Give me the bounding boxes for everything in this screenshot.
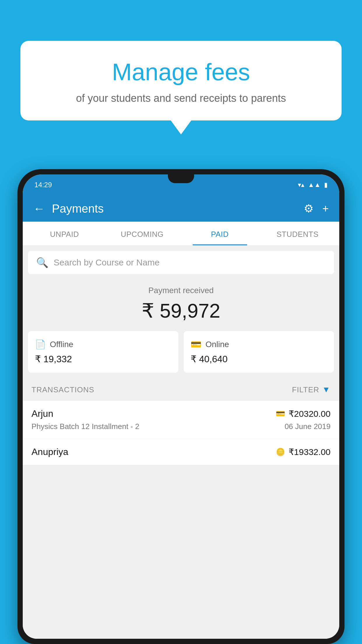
tx-date-1: 06 June 2019 (284, 422, 331, 431)
header-right: ⚙ + (304, 202, 329, 215)
app-header: ← Payments ⚙ + (23, 195, 339, 222)
notch (168, 174, 194, 183)
tx-top-1: Arjun 💳 ₹20320.00 (31, 408, 331, 419)
filter-label: FILTER (292, 385, 319, 394)
battery-icon: ▮ (324, 181, 328, 189)
add-icon[interactable]: + (322, 202, 329, 215)
tx-name-2: Anupriya (31, 447, 68, 457)
payment-amount: ₹ 59,972 (29, 299, 333, 322)
wifi-icon: ▾▴ (298, 181, 304, 189)
tabs-bar: UNPAID UPCOMING PAID STUDENTS (23, 222, 339, 246)
settings-icon[interactable]: ⚙ (304, 202, 314, 215)
bubble-subtitle: of your students and send receipts to pa… (35, 92, 327, 104)
online-label: Online (205, 340, 229, 349)
phone-inner: 14:29 ▾▴ ▲▲ ▮ ← Payments ⚙ + UNPAID (23, 174, 339, 639)
header-title: Payments (52, 202, 104, 215)
search-container[interactable]: 🔍 Search by Course or Name (28, 251, 334, 274)
offline-card-header: 📄 Offline (35, 339, 171, 349)
tab-upcoming[interactable]: UPCOMING (103, 222, 181, 245)
speech-bubble: Manage fees of your students and send re… (20, 41, 342, 120)
tab-paid[interactable]: PAID (181, 222, 259, 245)
phone-frame: 14:29 ▾▴ ▲▲ ▮ ← Payments ⚙ + UNPAID (17, 169, 345, 644)
tab-students[interactable]: STUDENTS (259, 222, 337, 245)
status-bar: 14:29 ▾▴ ▲▲ ▮ (23, 174, 339, 195)
bubble-title: Manage fees (35, 58, 327, 86)
tx-type-icon-1: 💳 (276, 409, 285, 418)
header-left: ← Payments (33, 202, 104, 215)
online-icon: 💳 (191, 339, 201, 349)
transactions-header: TRANSACTIONS FILTER ▼ (23, 379, 339, 401)
search-icon: 🔍 (36, 257, 48, 268)
back-button[interactable]: ← (33, 202, 45, 215)
online-card-header: 💳 Online (191, 339, 327, 349)
content-area: 🔍 Search by Course or Name Payment recei… (23, 246, 339, 639)
online-amount: ₹ 40,640 (191, 354, 327, 365)
search-placeholder: Search by Course or Name (54, 258, 160, 267)
tx-bottom-1: Physics Batch 12 Installment - 2 06 June… (31, 422, 331, 431)
cards-row: 📄 Offline ₹ 19,332 💳 Online ₹ 40,640 (28, 331, 334, 373)
tx-type-icon-2: 🪙 (276, 447, 285, 456)
offline-card: 📄 Offline ₹ 19,332 (28, 331, 178, 373)
filter-button[interactable]: FILTER ▼ (292, 385, 331, 394)
tx-course-1: Physics Batch 12 Installment - 2 (31, 422, 139, 431)
tx-top-2: Anupriya 🪙 ₹19332.00 (31, 447, 331, 457)
online-card: 💳 Online ₹ 40,640 (184, 331, 334, 373)
offline-label: Offline (50, 340, 73, 349)
tx-name-1: Arjun (31, 408, 53, 419)
payment-label: Payment received (29, 286, 333, 295)
tx-amount-1: ₹20320.00 (289, 409, 331, 419)
filter-icon: ▼ (322, 385, 331, 394)
payment-section: Payment received ₹ 59,972 (23, 274, 339, 331)
tx-amount-row-2: 🪙 ₹19332.00 (276, 447, 331, 457)
tx-amount-2: ₹19332.00 (289, 447, 331, 457)
offline-amount: ₹ 19,332 (35, 354, 171, 365)
status-icons: ▾▴ ▲▲ ▮ (298, 181, 328, 189)
table-row[interactable]: Anupriya 🪙 ₹19332.00 (23, 439, 339, 465)
transactions-label: TRANSACTIONS (31, 385, 94, 394)
table-row[interactable]: Arjun 💳 ₹20320.00 Physics Batch 12 Insta… (23, 401, 339, 439)
tab-unpaid[interactable]: UNPAID (26, 222, 103, 245)
offline-icon: 📄 (35, 339, 46, 349)
signal-icon: ▲▲ (308, 181, 321, 189)
tx-amount-row-1: 💳 ₹20320.00 (276, 409, 331, 419)
status-time: 14:29 (34, 181, 52, 189)
